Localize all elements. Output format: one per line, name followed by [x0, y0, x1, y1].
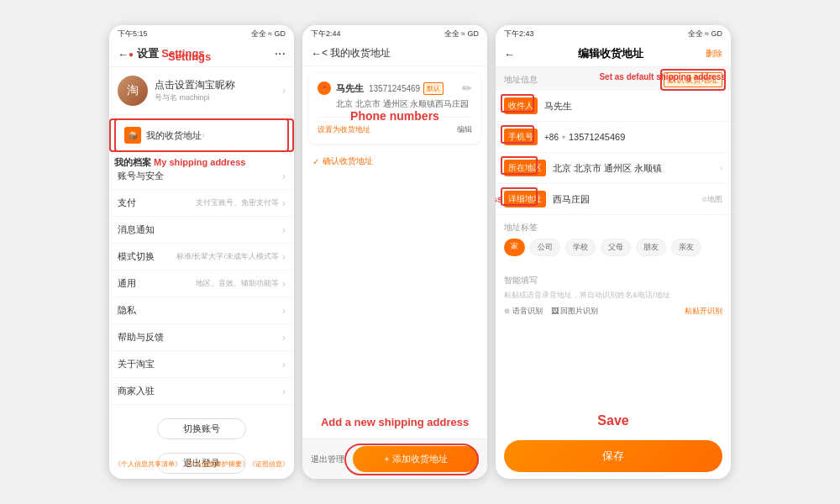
- add-address-annotation: Add a new shipping address: [302, 416, 487, 428]
- tags-row: 家 公司 学校 父母 朋友 亲友: [504, 239, 722, 256]
- delete-button[interactable]: 删除: [706, 48, 722, 60]
- tag-home[interactable]: 家: [504, 239, 525, 256]
- addr-edit-icon[interactable]: ✏: [462, 81, 472, 95]
- chevron-icon: ›: [282, 85, 286, 97]
- menu-item-about[interactable]: 关于淘宝 ›: [109, 351, 294, 378]
- switch-account-button[interactable]: 切换账号: [157, 418, 246, 439]
- back-icon-2[interactable]: ←: [311, 47, 322, 60]
- region-value: 北京 北京市 通州区 永顺镇: [553, 162, 720, 175]
- save-btn-container: 保存: [504, 440, 722, 472]
- menu-item-privacy[interactable]: 隐私 ›: [109, 297, 294, 324]
- address-nav: ← < 我的收货地址: [302, 41, 487, 66]
- avatar: 淘: [118, 76, 148, 106]
- my-address-row[interactable]: 📦 我的收货地址 ›: [114, 118, 289, 152]
- edit-btn[interactable]: 编辑: [457, 124, 472, 135]
- phone-label: 手机号: [504, 129, 538, 145]
- detail-row: 详细地址 西马庄园 ⊙地图 Detailed address: [496, 184, 731, 215]
- confirm-icon: ✓: [312, 157, 319, 166]
- map-icon[interactable]: ⊙地图: [701, 194, 722, 205]
- exit-manage-button[interactable]: 退出管理: [311, 454, 344, 465]
- recipient-row: 收件人 马先生 Recipient: [496, 91, 731, 122]
- edit-address-screen: 下午2:43 全全 ≈ GD ← 编辑收货地址 删除 地址信息 默认收货地址 S…: [496, 25, 731, 479]
- profile-info: 点击设置淘宝昵称 号与名 machinpi: [155, 78, 282, 103]
- shipping-address-screen: 下午2:44 全全 ≈ GD ← < 我的收货地址 📍 马先生 13571245…: [302, 25, 487, 479]
- profile-name: 点击设置淘宝昵称: [155, 78, 282, 92]
- smart-fill: 智能填写 粘贴或语音录音地址，将自动识别姓名&电话/地址 ⊙ 语音识别 🖼 回图…: [496, 268, 731, 323]
- more-icon[interactable]: ···: [275, 46, 286, 61]
- addr-name: 马先生: [336, 82, 364, 95]
- addr-tag: 默认: [423, 82, 444, 95]
- paste-recognize-button[interactable]: 粘贴开识别: [685, 306, 722, 317]
- smart-fill-desc: 粘贴或语音录音地址，将自动识别姓名&电话/地址: [504, 290, 722, 301]
- set-default-btn[interactable]: 设置为收货地址: [318, 124, 370, 135]
- add-address-button[interactable]: + 添加收货地址: [353, 446, 479, 472]
- menu-list: 账号与安全 › 支付 支付宝账号、免密支付等 › 消息通知 › 模式切换 标准/…: [109, 163, 294, 405]
- smart-fill-actions: ⊙ 语音识别 🖼 回图片识别 粘贴开识别: [504, 306, 722, 317]
- tag-school[interactable]: 学校: [565, 239, 596, 256]
- section-title: 地址信息: [504, 74, 538, 86]
- profile-sub: 号与名 machinpi: [155, 92, 282, 103]
- time-2: 下午2:44: [311, 29, 341, 39]
- back-icon-3[interactable]: ←: [504, 48, 515, 60]
- recipient-label: 收件人: [504, 97, 538, 114]
- menu-item-mode[interactable]: 模式切换 标准/长辈大字/未成年人模式等 ›: [109, 244, 294, 270]
- phone-numbers-annotation: Phone numbers: [350, 109, 439, 123]
- region-label: 所在地区: [504, 160, 546, 176]
- default-annotation: Set as default shipping address: [599, 71, 726, 82]
- confirm-text: 确认收货地址: [323, 155, 373, 167]
- region-chevron: ›: [720, 164, 722, 173]
- status-bar-2: 下午2:44 全全 ≈ GD: [302, 25, 487, 41]
- tag-office[interactable]: 公司: [530, 239, 560, 256]
- addr-phone: 13571245469: [369, 84, 420, 93]
- tag-relatives[interactable]: 亲友: [671, 239, 701, 256]
- image-recognize-button[interactable]: 🖼 回图片识别: [551, 306, 599, 317]
- detail-label: 详细地址: [504, 191, 546, 207]
- prefix-chevron: ▾: [562, 134, 565, 141]
- detail-value[interactable]: 西马庄园: [553, 193, 701, 206]
- settings-title: ● 设置 Settings: [129, 46, 275, 61]
- phone-row: 手机号 +86 ▾ 13571245469 Phone number: [496, 122, 731, 153]
- signal-1: 全全 ≈ GD: [251, 29, 286, 39]
- signal-3: 全全 ≈ GD: [688, 29, 722, 39]
- switch-account-btn-row: 切换账号: [109, 410, 294, 448]
- my-address-annotation: 我的档案 My shipping address: [114, 156, 245, 169]
- tags-title: 地址标签: [504, 222, 722, 234]
- phone-prefix: +86: [544, 133, 559, 142]
- address-chevron: ›: [202, 129, 205, 141]
- profile-row[interactable]: 淘 点击设置淘宝昵称 号与名 machinpi ›: [109, 67, 294, 115]
- recipient-value[interactable]: 马先生: [544, 100, 722, 113]
- label-tags: 地址标签 家 公司 学校 父母 朋友 亲友: [496, 215, 731, 263]
- time-3: 下午2:43: [504, 29, 534, 39]
- menu-item-merchant[interactable]: 商家入驻 ›: [109, 378, 294, 405]
- back-icon-1[interactable]: ←: [118, 48, 129, 60]
- address-icon: 📦: [124, 127, 141, 144]
- menu-item-notification[interactable]: 消息通知 ›: [109, 217, 294, 244]
- smart-fill-title: 智能填写: [504, 275, 722, 286]
- address-nav-title: < 我的收货地址: [322, 46, 391, 60]
- save-button[interactable]: 保存: [504, 440, 722, 472]
- address-card-header: 📍 马先生 13571245469 默认 ✏: [318, 81, 472, 95]
- edit-nav: ← 编辑收货地址 删除: [496, 41, 731, 67]
- add-address-footer: 退出管理 + 添加收货地址: [302, 438, 487, 479]
- tag-parents[interactable]: 父母: [601, 239, 631, 256]
- menu-item-general[interactable]: 通用 地区、音效、辅助功能等 ›: [109, 270, 294, 297]
- phone-value[interactable]: 13571245469: [569, 132, 722, 142]
- addr-address: 北京 北京市 通州区 永顺镇西马庄园: [336, 98, 472, 110]
- menu-item-payment[interactable]: 支付 支付宝账号、免密支付等 ›: [109, 190, 294, 217]
- status-bar-3: 下午2:43 全全 ≈ GD: [496, 25, 731, 41]
- confirm-row: ✓ 确认收货地址: [302, 150, 487, 172]
- tag-friends[interactable]: 朋友: [636, 239, 666, 256]
- footer-links[interactable]: 《个人信息共享清单》《个人信息保护摘要》《证照信息》: [109, 456, 294, 472]
- region-row[interactable]: 所在地区 北京 北京市 通州区 永顺镇 › Region: [496, 153, 731, 184]
- menu-item-help[interactable]: 帮助与反馈 ›: [109, 324, 294, 351]
- detail-annotation: Detailed address: [496, 194, 502, 204]
- edit-nav-title: 编辑收货地址: [515, 46, 706, 61]
- voice-recognize-button[interactable]: ⊙ 语音识别: [504, 306, 543, 317]
- settings-nav: ← ● 设置 Settings ···: [109, 41, 294, 67]
- my-address-text: 我的收货地址: [146, 129, 202, 142]
- status-bar-1: 下午5:15 全全 ≈ GD: [109, 25, 294, 41]
- addr-icon: 📍: [318, 81, 331, 95]
- address-card: 📍 马先生 13571245469 默认 ✏ 北京 北京市 通州区 永顺镇西马庄…: [309, 73, 480, 144]
- signal-2: 全全 ≈ GD: [444, 29, 479, 39]
- time-1: 下午5:15: [118, 29, 148, 39]
